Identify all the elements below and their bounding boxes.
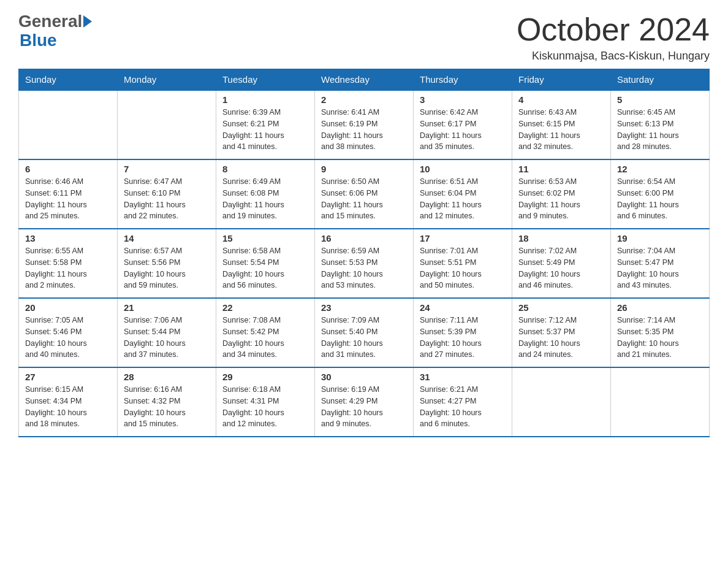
day-info: Sunrise: 6:51 AMSunset: 6:04 PMDaylight:…	[420, 176, 506, 222]
day-number: 14	[124, 233, 210, 243]
calendar-cell: 14Sunrise: 6:57 AMSunset: 5:56 PMDayligh…	[118, 229, 216, 298]
calendar-cell	[611, 367, 710, 437]
day-info: Sunrise: 6:46 AMSunset: 6:11 PMDaylight:…	[25, 176, 111, 222]
calendar-cell: 25Sunrise: 7:12 AMSunset: 5:37 PMDayligh…	[512, 298, 611, 367]
day-number: 24	[420, 302, 506, 313]
day-number: 16	[321, 233, 407, 243]
day-number: 12	[617, 164, 703, 174]
calendar-cell: 1Sunrise: 6:39 AMSunset: 6:21 PMDaylight…	[216, 90, 315, 159]
month-title: October 2024	[517, 12, 710, 47]
day-info: Sunrise: 7:12 AMSunset: 5:37 PMDaylight:…	[518, 315, 604, 361]
day-info: Sunrise: 7:06 AMSunset: 5:44 PMDaylight:…	[124, 315, 210, 361]
calendar-cell: 11Sunrise: 6:53 AMSunset: 6:02 PMDayligh…	[512, 159, 611, 229]
day-info: Sunrise: 6:54 AMSunset: 6:00 PMDaylight:…	[617, 176, 703, 222]
day-number: 21	[124, 302, 210, 313]
day-info: Sunrise: 7:14 AMSunset: 5:35 PMDaylight:…	[617, 315, 703, 361]
day-number: 25	[518, 302, 604, 313]
weekday-header-friday: Friday	[512, 69, 611, 91]
day-info: Sunrise: 7:11 AMSunset: 5:39 PMDaylight:…	[420, 315, 506, 361]
day-number: 5	[617, 94, 703, 105]
day-number: 23	[321, 302, 407, 313]
day-info: Sunrise: 6:55 AMSunset: 5:58 PMDaylight:…	[25, 245, 111, 291]
day-number: 20	[25, 302, 111, 313]
day-info: Sunrise: 6:19 AMSunset: 4:29 PMDaylight:…	[321, 384, 407, 430]
day-info: Sunrise: 7:02 AMSunset: 5:49 PMDaylight:…	[518, 245, 604, 291]
calendar-cell: 3Sunrise: 6:42 AMSunset: 6:17 PMDaylight…	[414, 90, 512, 159]
calendar-cell: 8Sunrise: 6:49 AMSunset: 6:08 PMDaylight…	[216, 159, 315, 229]
day-info: Sunrise: 7:05 AMSunset: 5:46 PMDaylight:…	[25, 315, 111, 361]
calendar-cell: 22Sunrise: 7:08 AMSunset: 5:42 PMDayligh…	[216, 298, 315, 367]
logo: General Blue	[18, 12, 92, 50]
calendar-cell	[118, 90, 216, 159]
calendar-cell	[512, 367, 611, 437]
page-header: General Blue October 2024 Kiskunmajsa, B…	[18, 12, 710, 63]
day-number: 30	[321, 372, 407, 382]
day-info: Sunrise: 6:53 AMSunset: 6:02 PMDaylight:…	[518, 176, 604, 222]
day-number: 4	[518, 94, 604, 105]
weekday-header-saturday: Saturday	[611, 69, 710, 91]
weekday-header-wednesday: Wednesday	[315, 69, 414, 91]
calendar-cell: 9Sunrise: 6:50 AMSunset: 6:06 PMDaylight…	[315, 159, 414, 229]
calendar-cell: 13Sunrise: 6:55 AMSunset: 5:58 PMDayligh…	[19, 229, 118, 298]
calendar-cell: 26Sunrise: 7:14 AMSunset: 5:35 PMDayligh…	[611, 298, 710, 367]
day-info: Sunrise: 6:49 AMSunset: 6:08 PMDaylight:…	[222, 176, 308, 222]
calendar-cell: 18Sunrise: 7:02 AMSunset: 5:49 PMDayligh…	[512, 229, 611, 298]
day-info: Sunrise: 6:45 AMSunset: 6:13 PMDaylight:…	[617, 107, 703, 153]
calendar-cell: 24Sunrise: 7:11 AMSunset: 5:39 PMDayligh…	[414, 298, 512, 367]
calendar-cell: 12Sunrise: 6:54 AMSunset: 6:00 PMDayligh…	[611, 159, 710, 229]
day-number: 1	[222, 94, 308, 105]
calendar-week-row: 13Sunrise: 6:55 AMSunset: 5:58 PMDayligh…	[19, 229, 710, 298]
weekday-header-monday: Monday	[118, 69, 216, 91]
day-number: 27	[25, 372, 111, 382]
day-info: Sunrise: 6:59 AMSunset: 5:53 PMDaylight:…	[321, 245, 407, 291]
day-number: 13	[25, 233, 111, 243]
day-info: Sunrise: 6:42 AMSunset: 6:17 PMDaylight:…	[420, 107, 506, 153]
day-number: 7	[124, 164, 210, 174]
day-info: Sunrise: 6:41 AMSunset: 6:19 PMDaylight:…	[321, 107, 407, 153]
calendar-cell: 5Sunrise: 6:45 AMSunset: 6:13 PMDaylight…	[611, 90, 710, 159]
calendar-cell: 6Sunrise: 6:46 AMSunset: 6:11 PMDaylight…	[19, 159, 118, 229]
calendar-cell: 19Sunrise: 7:04 AMSunset: 5:47 PMDayligh…	[611, 229, 710, 298]
day-info: Sunrise: 6:57 AMSunset: 5:56 PMDaylight:…	[124, 245, 210, 291]
calendar-cell: 29Sunrise: 6:18 AMSunset: 4:31 PMDayligh…	[216, 367, 315, 437]
calendar-week-row: 1Sunrise: 6:39 AMSunset: 6:21 PMDaylight…	[19, 90, 710, 159]
day-number: 9	[321, 164, 407, 174]
day-info: Sunrise: 6:58 AMSunset: 5:54 PMDaylight:…	[222, 245, 308, 291]
calendar-cell: 31Sunrise: 6:21 AMSunset: 4:27 PMDayligh…	[414, 367, 512, 437]
day-info: Sunrise: 7:08 AMSunset: 5:42 PMDaylight:…	[222, 315, 308, 361]
calendar-week-row: 27Sunrise: 6:15 AMSunset: 4:34 PMDayligh…	[19, 367, 710, 437]
day-info: Sunrise: 6:21 AMSunset: 4:27 PMDaylight:…	[420, 384, 506, 430]
day-info: Sunrise: 6:47 AMSunset: 6:10 PMDaylight:…	[124, 176, 210, 222]
day-number: 18	[518, 233, 604, 243]
day-info: Sunrise: 6:15 AMSunset: 4:34 PMDaylight:…	[25, 384, 111, 430]
day-number: 3	[420, 94, 506, 105]
calendar-cell: 2Sunrise: 6:41 AMSunset: 6:19 PMDaylight…	[315, 90, 414, 159]
logo-blue-text: Blue	[20, 31, 57, 50]
day-info: Sunrise: 7:09 AMSunset: 5:40 PMDaylight:…	[321, 315, 407, 361]
calendar-week-row: 20Sunrise: 7:05 AMSunset: 5:46 PMDayligh…	[19, 298, 710, 367]
day-info: Sunrise: 6:50 AMSunset: 6:06 PMDaylight:…	[321, 176, 407, 222]
calendar-table: SundayMondayTuesdayWednesdayThursdayFrid…	[18, 69, 710, 437]
location-title: Kiskunmajsa, Bacs-Kiskun, Hungary	[517, 50, 710, 63]
calendar-cell: 4Sunrise: 6:43 AMSunset: 6:15 PMDaylight…	[512, 90, 611, 159]
day-number: 28	[124, 372, 210, 382]
day-number: 26	[617, 302, 703, 313]
calendar-cell: 10Sunrise: 6:51 AMSunset: 6:04 PMDayligh…	[414, 159, 512, 229]
calendar-cell: 27Sunrise: 6:15 AMSunset: 4:34 PMDayligh…	[19, 367, 118, 437]
day-number: 2	[321, 94, 407, 105]
calendar-cell: 20Sunrise: 7:05 AMSunset: 5:46 PMDayligh…	[19, 298, 118, 367]
day-number: 15	[222, 233, 308, 243]
day-number: 8	[222, 164, 308, 174]
day-number: 6	[25, 164, 111, 174]
calendar-cell: 23Sunrise: 7:09 AMSunset: 5:40 PMDayligh…	[315, 298, 414, 367]
calendar-cell: 7Sunrise: 6:47 AMSunset: 6:10 PMDaylight…	[118, 159, 216, 229]
day-number: 22	[222, 302, 308, 313]
calendar-week-row: 6Sunrise: 6:46 AMSunset: 6:11 PMDaylight…	[19, 159, 710, 229]
calendar-cell: 17Sunrise: 7:01 AMSunset: 5:51 PMDayligh…	[414, 229, 512, 298]
day-info: Sunrise: 6:43 AMSunset: 6:15 PMDaylight:…	[518, 107, 604, 153]
calendar-cell: 15Sunrise: 6:58 AMSunset: 5:54 PMDayligh…	[216, 229, 315, 298]
calendar-cell: 21Sunrise: 7:06 AMSunset: 5:44 PMDayligh…	[118, 298, 216, 367]
day-number: 29	[222, 372, 308, 382]
day-number: 19	[617, 233, 703, 243]
day-number: 11	[518, 164, 604, 174]
